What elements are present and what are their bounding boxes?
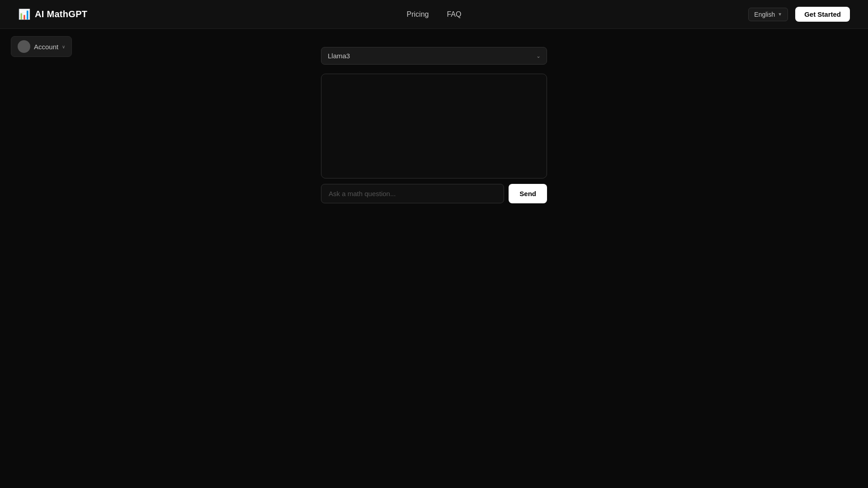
account-chevron-icon: ∨ — [62, 44, 65, 49]
brand-name: AI MathGPT — [35, 9, 87, 19]
get-started-button[interactable]: Get Started — [795, 7, 850, 22]
account-section: Account ∨ — [11, 36, 72, 57]
chat-display-area[interactable] — [321, 74, 547, 178]
input-row: Send — [321, 184, 547, 203]
account-avatar — [18, 40, 30, 53]
brand-area: 📊 AI MathGPT — [18, 9, 87, 20]
account-button[interactable]: Account ∨ — [11, 36, 72, 57]
language-label: English — [754, 11, 775, 18]
question-input[interactable] — [321, 184, 504, 203]
header-right: English ▼ Get Started — [748, 7, 850, 22]
account-label: Account — [34, 43, 58, 51]
language-chevron-icon: ▼ — [778, 12, 782, 17]
send-button[interactable]: Send — [509, 184, 547, 203]
header: 📊 AI MathGPT Pricing FAQ English ▼ Get S… — [0, 0, 868, 29]
model-select[interactable]: Llama3 GPT-4 GPT-3.5 — [321, 47, 547, 65]
center-content: Llama3 GPT-4 GPT-3.5 ⌄ Send — [0, 47, 868, 203]
nav-faq[interactable]: FAQ — [447, 10, 461, 19]
logo-icon: 📊 — [18, 9, 30, 20]
main-nav: Pricing FAQ — [407, 10, 462, 19]
main-content: Llama3 GPT-4 GPT-3.5 ⌄ Send — [0, 29, 868, 212]
nav-pricing[interactable]: Pricing — [407, 10, 429, 19]
model-selector-container: Llama3 GPT-4 GPT-3.5 ⌄ — [321, 47, 547, 65]
language-selector[interactable]: English ▼ — [748, 8, 788, 21]
